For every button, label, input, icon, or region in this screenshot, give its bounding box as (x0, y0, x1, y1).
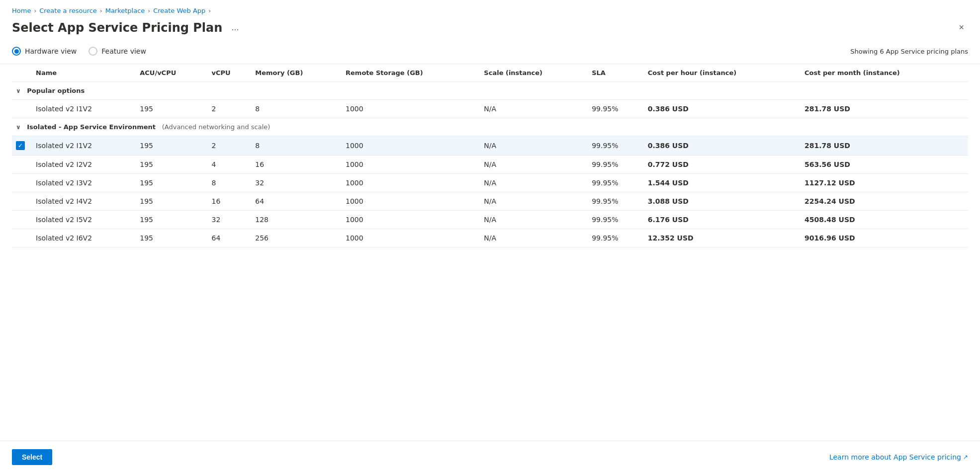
row-storage: 1000 (342, 192, 480, 211)
view-toggle-bar: Hardware view Feature view Showing 6 App… (0, 43, 980, 64)
row-cost-month: 1127.12 USD (801, 174, 968, 192)
row-memory: 32 (251, 174, 342, 192)
feature-view-label: Feature view (101, 47, 146, 55)
group-header-isolated[interactable]: ∨ Isolated - App Service Environment (Ad… (12, 118, 968, 136)
row-scale: N/A (480, 192, 588, 211)
row-acu: 195 (136, 136, 207, 156)
row-vcpu: 8 (208, 174, 252, 192)
table-body: ∨ Popular options Isolated v2 I1V2 195 2… (12, 82, 968, 247)
col-vcpu: vCPU (208, 64, 252, 82)
row-acu: 195 (136, 211, 207, 229)
row-cost-month: 281.78 USD (801, 100, 968, 118)
row-name: Isolated v2 I4V2 (32, 192, 136, 211)
row-sla: 99.95% (588, 136, 644, 156)
breadcrumb-create-resource[interactable]: Create a resource (39, 7, 97, 14)
group-subtitle: (Advanced networking and scale) (160, 123, 270, 131)
breadcrumb-marketplace[interactable]: Marketplace (105, 7, 145, 14)
row-storage: 1000 (342, 229, 480, 247)
group-header-cell: ∨ Popular options (12, 82, 968, 100)
col-sla: SLA (588, 64, 644, 82)
table-row[interactable]: Isolated v2 I6V2 195 64 256 1000 N/A 99.… (12, 229, 968, 247)
table-row[interactable]: ✓ Isolated v2 I1V2 195 2 8 1000 N/A 99.9… (12, 136, 968, 156)
breadcrumb-create-webapp[interactable]: Create Web App (153, 7, 205, 14)
row-check-cell (12, 192, 32, 211)
table-row[interactable]: Isolated v2 I1V2 195 2 8 1000 N/A 99.95%… (12, 100, 968, 118)
row-cost-hour: 12.352 USD (644, 229, 801, 247)
row-scale: N/A (480, 211, 588, 229)
row-acu: 195 (136, 192, 207, 211)
row-vcpu: 2 (208, 100, 252, 118)
table-row[interactable]: Isolated v2 I3V2 195 8 32 1000 N/A 99.95… (12, 174, 968, 192)
row-check-cell (12, 229, 32, 247)
row-memory: 8 (251, 100, 342, 118)
breadcrumb: Home › Create a resource › Marketplace ›… (0, 0, 980, 18)
breadcrumb-home[interactable]: Home (12, 7, 31, 14)
group-label: Isolated - App Service Environment (27, 123, 156, 131)
row-memory: 64 (251, 192, 342, 211)
chevron-icon: ∨ (16, 87, 21, 94)
row-sla: 99.95% (588, 211, 644, 229)
row-vcpu: 32 (208, 211, 252, 229)
row-name: Isolated v2 I6V2 (32, 229, 136, 247)
row-cost-month: 281.78 USD (801, 136, 968, 156)
pricing-table: Name ACU/vCPU vCPU Memory (GB) Remote St… (12, 64, 968, 247)
row-cost-hour: 0.772 USD (644, 156, 801, 174)
hardware-view-radio[interactable] (12, 47, 21, 56)
col-cost-hour: Cost per hour (instance) (644, 64, 801, 82)
hardware-view-label: Hardware view (25, 47, 77, 55)
row-vcpu: 4 (208, 156, 252, 174)
breadcrumb-sep3: › (148, 7, 150, 14)
chevron-icon: ∨ (16, 124, 21, 131)
close-button[interactable]: × (955, 20, 968, 35)
row-acu: 195 (136, 229, 207, 247)
breadcrumb-sep2: › (100, 7, 102, 14)
col-check (12, 64, 32, 82)
row-check-cell (12, 211, 32, 229)
row-name: Isolated v2 I1V2 (32, 100, 136, 118)
row-cost-hour: 3.088 USD (644, 192, 801, 211)
col-name: Name (32, 64, 136, 82)
row-sla: 99.95% (588, 156, 644, 174)
table-row[interactable]: Isolated v2 I2V2 195 4 16 1000 N/A 99.95… (12, 156, 968, 174)
row-scale: N/A (480, 229, 588, 247)
row-name: Isolated v2 I1V2 (32, 136, 136, 156)
learn-more-link[interactable]: Learn more about App Service pricing ↗ (829, 453, 968, 461)
hardware-view-option[interactable]: Hardware view (12, 47, 77, 56)
row-vcpu: 2 (208, 136, 252, 156)
row-sla: 99.95% (588, 174, 644, 192)
row-storage: 1000 (342, 174, 480, 192)
row-storage: 1000 (342, 211, 480, 229)
row-acu: 195 (136, 156, 207, 174)
feature-view-option[interactable]: Feature view (89, 47, 146, 56)
table-row[interactable]: Isolated v2 I4V2 195 16 64 1000 N/A 99.9… (12, 192, 968, 211)
col-memory: Memory (GB) (251, 64, 342, 82)
group-header-cell: ∨ Isolated - App Service Environment (Ad… (12, 118, 968, 136)
showing-count: Showing 6 App Service pricing plans (850, 48, 968, 55)
row-name: Isolated v2 I3V2 (32, 174, 136, 192)
row-check-cell: ✓ (12, 136, 32, 156)
ellipsis-button[interactable]: ... (228, 20, 242, 35)
page-title: Select App Service Pricing Plan (12, 21, 222, 35)
col-scale: Scale (instance) (480, 64, 588, 82)
col-storage: Remote Storage (GB) (342, 64, 480, 82)
row-cost-month: 4508.48 USD (801, 211, 968, 229)
group-label: Popular options (27, 87, 85, 94)
table-row[interactable]: Isolated v2 I5V2 195 32 128 1000 N/A 99.… (12, 211, 968, 229)
group-header-popular[interactable]: ∨ Popular options (12, 82, 968, 100)
row-storage: 1000 (342, 156, 480, 174)
row-scale: N/A (480, 100, 588, 118)
row-vcpu: 16 (208, 192, 252, 211)
row-name: Isolated v2 I2V2 (32, 156, 136, 174)
col-cost-month: Cost per month (instance) (801, 64, 968, 82)
page-header: Select App Service Pricing Plan ... × (0, 18, 980, 43)
row-acu: 195 (136, 100, 207, 118)
col-acu: ACU/vCPU (136, 64, 207, 82)
feature-view-radio[interactable] (89, 47, 97, 56)
row-memory: 256 (251, 229, 342, 247)
row-name: Isolated v2 I5V2 (32, 211, 136, 229)
select-button[interactable]: Select (12, 449, 52, 465)
pricing-table-container: Name ACU/vCPU vCPU Memory (GB) Remote St… (0, 64, 980, 247)
row-memory: 16 (251, 156, 342, 174)
footer: Select Learn more about App Service pric… (0, 441, 980, 473)
row-cost-month: 9016.96 USD (801, 229, 968, 247)
